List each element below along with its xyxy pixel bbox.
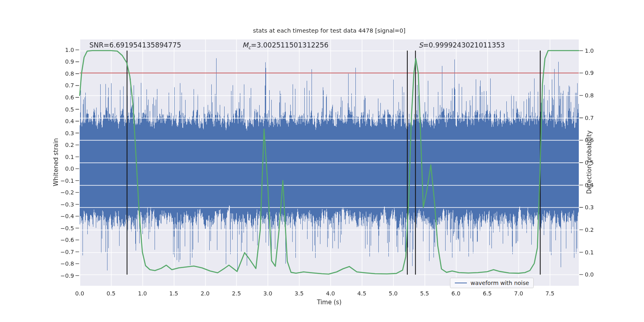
y-left-tick-label: 0.0 — [44, 166, 74, 171]
y-left-tick-label: 0.4 — [44, 118, 74, 124]
y-left-tick-label: 0.5 — [44, 107, 74, 112]
annotation-s-stat: S=0.9999243021011353 — [419, 41, 505, 50]
x-tick-label: 7.5 — [540, 291, 560, 296]
x-tick-label: 5.0 — [383, 291, 403, 296]
x-tick-label: 6.0 — [446, 291, 466, 296]
x-tick-label: 2.0 — [195, 291, 215, 296]
x-tick-label: 3.0 — [258, 291, 278, 296]
y-right-tick-label: 0.9 — [585, 70, 609, 76]
y-right-tick-label: 1.0 — [585, 48, 609, 54]
y-left-tick-label: −0.3 — [44, 202, 74, 207]
annotation-snr-value: =6.691954135894775 — [103, 41, 181, 49]
y-right-tick-label: 0.8 — [585, 93, 609, 98]
x-tick-label: 1.5 — [164, 291, 184, 296]
y-left-tick-label: −0.8 — [44, 261, 74, 266]
annotation-s-stat-label: S — [419, 41, 423, 49]
y-right-tick-label: 0.3 — [585, 204, 609, 210]
annotation-chirp-mass: Mc=3.002511501312256 — [242, 41, 328, 50]
y-right-tick-label: 0.6 — [585, 137, 609, 143]
chart-title: stats at each timestep for test data 447… — [80, 27, 579, 34]
y-left-tick-label: 0.3 — [44, 130, 74, 136]
legend-line-sample — [455, 283, 467, 284]
y-left-tick-label: 0.9 — [44, 59, 74, 64]
x-tick-label: 6.5 — [477, 291, 497, 296]
y-right-tick-label: 0.4 — [585, 182, 609, 188]
y-left-tick-label: −0.9 — [44, 273, 74, 279]
annotation-chirp-mass-label: M — [242, 41, 248, 49]
y-right-tick-label: 0.1 — [585, 250, 609, 255]
x-axis-label: Time (s) — [80, 299, 579, 306]
y-left-tick-label: −0.4 — [44, 213, 74, 219]
y-right-tick-label: 0.2 — [585, 227, 609, 233]
y-left-tick-label: −0.1 — [44, 178, 74, 184]
y-left-tick-label: 0.1 — [44, 154, 74, 160]
x-tick-label: 0.0 — [70, 291, 90, 296]
annotation-snr: SNR=6.691954135894775 — [89, 41, 181, 50]
legend: waveform with noise — [450, 278, 534, 288]
left-axis-label: Whitened strain — [52, 114, 60, 211]
x-tick-label: 5.5 — [415, 291, 435, 296]
y-left-tick-label: −0.7 — [44, 249, 74, 255]
y-left-tick-label: 0.8 — [44, 71, 74, 76]
y-left-tick-label: −0.5 — [44, 225, 74, 231]
y-left-tick-label: −0.6 — [44, 237, 74, 243]
y-left-tick-label: 0.2 — [44, 142, 74, 148]
y-right-tick-label: 0.7 — [585, 115, 609, 121]
x-tick-label: 3.5 — [289, 291, 309, 296]
annotation-s-stat-value: =0.9999243021011353 — [423, 41, 505, 49]
y-left-tick-label: 1.0 — [44, 47, 74, 53]
y-right-tick-label: 0.0 — [585, 272, 609, 277]
y-right-tick-label: 0.5 — [585, 160, 609, 165]
x-tick-label: 1.0 — [132, 291, 153, 296]
x-tick-label: 4.5 — [352, 291, 372, 296]
x-tick-label: 7.0 — [508, 291, 528, 296]
legend-label: waveform with noise — [471, 280, 529, 286]
annotation-snr-label: SNR — [89, 41, 103, 49]
y-left-tick-label: 0.6 — [44, 95, 74, 100]
y-left-tick-label: −0.2 — [44, 190, 74, 195]
y-left-tick-label: 0.7 — [44, 83, 74, 88]
annotation-chirp-mass-value: =3.002511501312256 — [251, 41, 328, 49]
x-tick-label: 0.5 — [101, 291, 121, 296]
x-tick-label: 2.5 — [226, 291, 246, 296]
figure: stats at each timestep for test data 447… — [0, 0, 644, 322]
x-tick-label: 4.0 — [320, 291, 341, 296]
